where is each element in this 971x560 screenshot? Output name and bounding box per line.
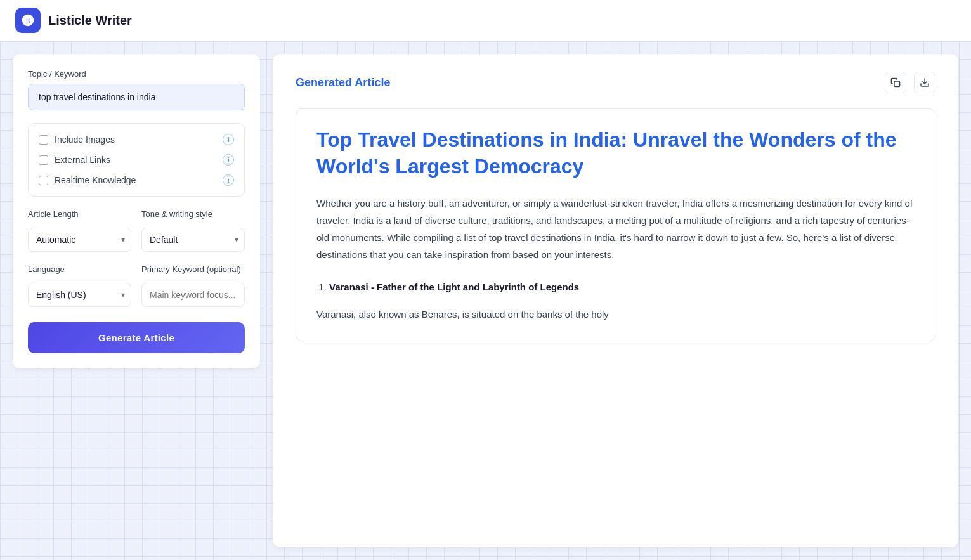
include-images-row: Include Images i bbox=[39, 134, 234, 145]
left-panel: Topic / Keyword Include Images i Externa… bbox=[13, 54, 260, 368]
include-images-checkbox[interactable] bbox=[39, 135, 48, 145]
article-list: Varanasi - Father of the Light and Labyr… bbox=[316, 278, 915, 296]
language-label: Language bbox=[28, 264, 131, 274]
article-action-icons bbox=[885, 72, 935, 93]
list-item: Varanasi - Father of the Light and Labyr… bbox=[329, 278, 915, 296]
svg-rect-2 bbox=[894, 81, 900, 87]
article-intro: Whether you are a history buff, an adven… bbox=[316, 195, 915, 263]
external-links-row: External Links i bbox=[39, 154, 234, 166]
tone-wrapper: Default Formal Casual Professional Humor… bbox=[141, 228, 245, 252]
svg-rect-1 bbox=[29, 16, 32, 22]
main-area: Topic / Keyword Include Images i Externa… bbox=[0, 41, 971, 560]
include-images-label: Include Images bbox=[55, 134, 115, 145]
keyword-group: Primary Keyword (optional) bbox=[141, 264, 245, 307]
language-select[interactable]: English (US) English (UK) Spanish French… bbox=[28, 283, 131, 307]
realtime-knowledge-row: Realtime Knowledge i bbox=[39, 174, 234, 186]
realtime-knowledge-checkbox[interactable] bbox=[39, 176, 48, 185]
copy-button[interactable] bbox=[885, 72, 906, 93]
download-button[interactable] bbox=[914, 72, 935, 93]
right-panel: Generated Article Top Tr bbox=[273, 54, 958, 547]
lang-keyword-row: Language English (US) English (UK) Spani… bbox=[28, 264, 245, 307]
svg-rect-0 bbox=[25, 16, 27, 25]
generated-article-title: Generated Article bbox=[296, 76, 390, 89]
article-main-title: Top Travel Destinations in India: Unrave… bbox=[316, 127, 915, 179]
external-links-label: External Links bbox=[55, 155, 110, 165]
article-header: Generated Article bbox=[296, 72, 935, 93]
options-section: Include Images i External Links i Realti… bbox=[28, 123, 245, 197]
external-links-info[interactable]: i bbox=[223, 154, 234, 166]
article-length-group: Article Length Automatic Short Medium Lo… bbox=[28, 209, 131, 252]
topic-label: Topic / Keyword bbox=[28, 69, 245, 79]
language-wrapper: English (US) English (UK) Spanish French… bbox=[28, 283, 131, 307]
article-length-wrapper: Automatic Short Medium Long ▾ bbox=[28, 228, 131, 252]
external-links-checkbox[interactable] bbox=[39, 155, 48, 165]
article-length-label: Article Length bbox=[28, 209, 131, 219]
article-sub-para: Varanasi, also known as Benares, is situ… bbox=[316, 306, 915, 323]
generate-article-button[interactable]: Generate Article bbox=[28, 322, 245, 353]
primary-keyword-input[interactable] bbox=[141, 283, 245, 307]
app-logo bbox=[15, 8, 41, 33]
realtime-knowledge-label: Realtime Knowledge bbox=[55, 175, 136, 185]
article-length-select[interactable]: Automatic Short Medium Long bbox=[28, 228, 131, 252]
tone-label: Tone & writing style bbox=[141, 209, 245, 219]
article-content: Top Travel Destinations in India: Unrave… bbox=[296, 108, 935, 341]
include-images-info[interactable]: i bbox=[223, 134, 234, 145]
tone-group: Tone & writing style Default Formal Casu… bbox=[141, 209, 245, 252]
app-title: Listicle Writer bbox=[48, 13, 132, 28]
realtime-knowledge-info[interactable]: i bbox=[223, 174, 234, 186]
app-header: Listicle Writer bbox=[0, 0, 971, 41]
list-item-title: Varanasi - Father of the Light and Labyr… bbox=[329, 282, 579, 292]
primary-keyword-label: Primary Keyword (optional) bbox=[141, 264, 245, 274]
topic-input[interactable] bbox=[28, 84, 245, 110]
article-tone-row: Article Length Automatic Short Medium Lo… bbox=[28, 209, 245, 252]
language-group: Language English (US) English (UK) Spani… bbox=[28, 264, 131, 307]
tone-select[interactable]: Default Formal Casual Professional Humor… bbox=[141, 228, 245, 252]
